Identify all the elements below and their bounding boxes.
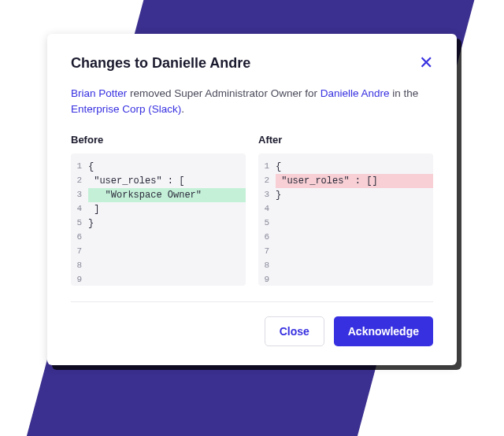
line-content: } bbox=[276, 188, 433, 202]
code-line: 2 "user_roles" : [] bbox=[258, 174, 433, 188]
modal-header: Changes to Danielle Andre ✕ bbox=[71, 54, 433, 72]
line-number: 8 bbox=[258, 259, 276, 273]
line-number: 9 bbox=[71, 273, 88, 286]
code-line: 9 bbox=[258, 273, 433, 286]
footer-divider bbox=[71, 301, 433, 302]
changes-modal: Changes to Danielle Andre ✕ Brian Potter… bbox=[47, 34, 457, 365]
line-content: { bbox=[88, 160, 246, 174]
line-content: "Workspace Owner" bbox=[88, 188, 246, 202]
after-column: After 1{2 "user_roles" : []3}456789 bbox=[258, 134, 433, 286]
line-number: 2 bbox=[258, 174, 276, 188]
close-icon[interactable]: ✕ bbox=[419, 54, 433, 72]
desc-text-1: removed Super Administrator Owner for bbox=[127, 87, 320, 99]
line-content: "user_roles" : [] bbox=[276, 174, 433, 188]
line-number: 3 bbox=[71, 188, 88, 202]
change-description: Brian Potter removed Super Administrator… bbox=[71, 86, 433, 118]
code-line: 3 "Workspace Owner" bbox=[71, 188, 246, 202]
acknowledge-button[interactable]: Acknowledge bbox=[334, 316, 433, 346]
before-column: Before 1{2 "user_roles" : [3 "Workspace … bbox=[71, 134, 246, 286]
line-content: { bbox=[276, 160, 433, 174]
line-content bbox=[276, 259, 433, 273]
close-button[interactable]: Close bbox=[265, 316, 324, 346]
line-content bbox=[276, 231, 433, 245]
before-label: Before bbox=[71, 134, 246, 146]
subject-link[interactable]: Danielle Andre bbox=[321, 87, 390, 99]
line-number: 1 bbox=[71, 160, 88, 174]
code-line: 2 "user_roles" : [ bbox=[71, 174, 246, 188]
line-number: 2 bbox=[71, 174, 88, 188]
line-number: 7 bbox=[71, 245, 88, 259]
code-line: 6 bbox=[71, 231, 246, 245]
line-number: 8 bbox=[71, 259, 88, 273]
line-content: "user_roles" : [ bbox=[88, 174, 246, 188]
code-line: 5 bbox=[258, 216, 433, 231]
line-content bbox=[88, 259, 246, 273]
code-line: 9 bbox=[71, 273, 246, 286]
line-number: 9 bbox=[258, 273, 276, 286]
line-number: 4 bbox=[71, 202, 88, 216]
line-number: 3 bbox=[258, 188, 276, 202]
line-number: 7 bbox=[258, 245, 276, 259]
line-number: 5 bbox=[258, 216, 276, 231]
line-number: 1 bbox=[258, 160, 276, 174]
workspace-link[interactable]: Enterprise Corp (Slack) bbox=[71, 103, 181, 115]
code-line: 1{ bbox=[71, 160, 246, 174]
line-number: 6 bbox=[258, 231, 276, 245]
code-line: 8 bbox=[258, 259, 433, 273]
before-code-block: 1{2 "user_roles" : [3 "Workspace Owner"4… bbox=[71, 153, 246, 286]
code-line: 5} bbox=[71, 216, 246, 231]
line-content: ] bbox=[88, 202, 246, 216]
line-content: } bbox=[88, 216, 246, 231]
line-content bbox=[276, 216, 433, 231]
line-number: 4 bbox=[258, 202, 276, 216]
code-line: 7 bbox=[258, 245, 433, 259]
line-content bbox=[276, 245, 433, 259]
line-content bbox=[88, 245, 246, 259]
modal-title: Changes to Danielle Andre bbox=[71, 55, 250, 72]
desc-text-2: in the bbox=[389, 87, 418, 99]
code-line: 3} bbox=[258, 188, 433, 202]
code-line: 6 bbox=[258, 231, 433, 245]
line-number: 5 bbox=[71, 216, 88, 231]
after-label: After bbox=[258, 134, 433, 146]
line-content bbox=[276, 273, 433, 286]
code-line: 4 ] bbox=[71, 202, 246, 216]
code-line: 8 bbox=[71, 259, 246, 273]
code-line: 4 bbox=[258, 202, 433, 216]
diff-container: Before 1{2 "user_roles" : [3 "Workspace … bbox=[71, 134, 433, 286]
code-line: 7 bbox=[71, 245, 246, 259]
line-content bbox=[88, 231, 246, 245]
modal-footer: Close Acknowledge bbox=[71, 316, 433, 346]
line-content bbox=[88, 273, 246, 286]
code-line: 1{ bbox=[258, 160, 433, 174]
desc-text-3: . bbox=[181, 103, 184, 115]
actor-link[interactable]: Brian Potter bbox=[71, 87, 127, 99]
line-content bbox=[276, 202, 433, 216]
line-number: 6 bbox=[71, 231, 88, 245]
after-code-block: 1{2 "user_roles" : []3}456789 bbox=[258, 153, 433, 286]
